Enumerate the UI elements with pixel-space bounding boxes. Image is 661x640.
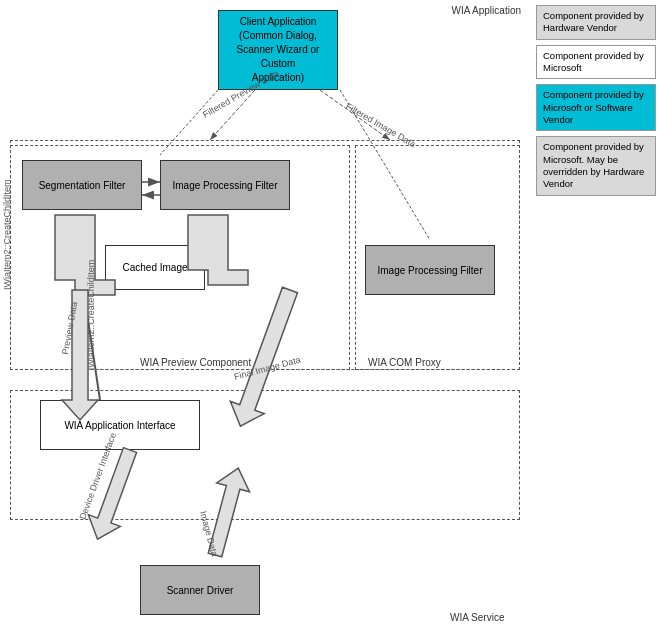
segmentation-filter-label: Segmentation Filter — [39, 180, 126, 191]
legend-overridden: Component provided by Microsoft. May be … — [536, 136, 656, 195]
img-proc-left-box: Image Processing Filter — [160, 160, 290, 210]
svg-line-3 — [210, 90, 255, 140]
cached-image-label: Cached Image — [122, 262, 187, 273]
legend: Component provided by Hardware Vendor Co… — [536, 5, 656, 196]
svg-line-4 — [320, 90, 390, 140]
wia-app-interface-box: WIA Application Interface — [40, 400, 200, 450]
wia-com-label: WIA COM Proxy — [368, 357, 441, 368]
wia-app-interface-label: WIA Application Interface — [64, 420, 175, 431]
client-app-label: Client Application(Common Dialog,Scanner… — [223, 15, 333, 85]
img-proc-right-label: Image Processing Filter — [377, 265, 482, 276]
wia-service-label: WIA Service — [450, 612, 504, 623]
legend-microsoft: Component provided by Microsoft — [536, 45, 656, 80]
client-app-box: Client Application(Common Dialog,Scanner… — [218, 10, 338, 90]
iwiitem2-rotated: IWiaItem2::CreateChildItem — [86, 260, 96, 371]
scanner-driver-label: Scanner Driver — [167, 585, 234, 596]
img-proc-right-box: Image Processing Filter — [365, 245, 495, 295]
segmentation-filter-box: Segmentation Filter — [22, 160, 142, 210]
legend-hardware-vendor: Component provided by Hardware Vendor — [536, 5, 656, 40]
legend-microsoft-software: Component provided by Microsoft or Softw… — [536, 84, 656, 131]
scanner-driver-box: Scanner Driver — [140, 565, 260, 615]
wia-preview-label: WIA Preview Component — [140, 357, 251, 368]
img-proc-left-label: Image Processing Filter — [172, 180, 277, 191]
wia-application-label: WIA Application — [452, 5, 521, 16]
cached-image-box: Cached Image — [105, 245, 205, 290]
